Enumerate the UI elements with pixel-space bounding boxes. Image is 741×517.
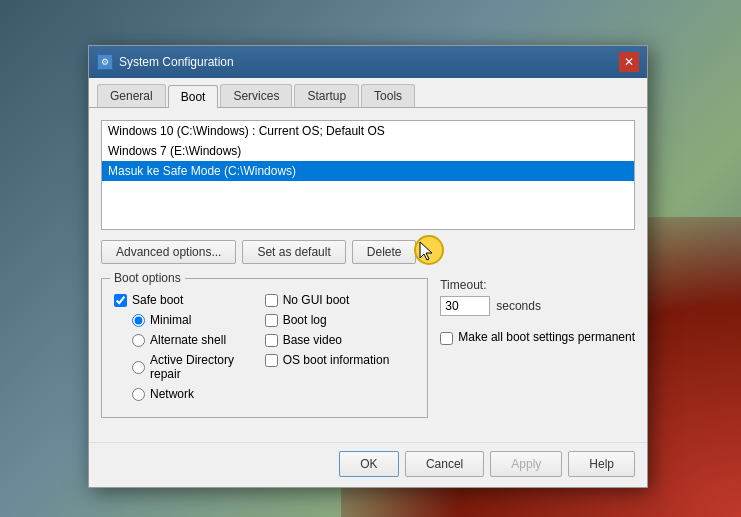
boot-log-label: Boot log (283, 313, 327, 327)
timeout-section: Timeout: seconds Make all boot settings … (440, 278, 635, 430)
alternate-shell-label: Alternate shell (150, 333, 226, 347)
no-gui-label: No GUI boot (283, 293, 350, 307)
ok-button[interactable]: OK (339, 451, 399, 477)
tab-general[interactable]: General (97, 84, 166, 107)
delete-button[interactable]: Delete (352, 240, 417, 264)
boot-options-group: Boot options Safe boot Minimal (101, 278, 428, 418)
boot-col-right: No GUI boot Boot log Base video OS (265, 293, 416, 407)
base-video-checkbox-row[interactable]: Base video (265, 333, 416, 347)
make-permanent-checkbox-row[interactable]: Make all boot settings permanent (440, 330, 635, 346)
tab-content: Windows 10 (C:\Windows) : Current OS; De… (89, 108, 647, 442)
timeout-seconds-label: seconds (496, 299, 541, 313)
apply-button[interactable]: Apply (490, 451, 562, 477)
make-permanent-checkbox[interactable] (440, 332, 453, 345)
window-icon: ⚙ (97, 54, 113, 70)
window-title: System Configuration (119, 55, 234, 69)
no-gui-checkbox-row[interactable]: No GUI boot (265, 293, 416, 307)
safe-boot-checkbox[interactable] (114, 294, 127, 307)
tab-boot[interactable]: Boot (168, 85, 219, 108)
title-bar: ⚙ System Configuration ✕ (89, 46, 647, 78)
os-boot-info-checkbox-row[interactable]: OS boot information (265, 353, 416, 367)
active-directory-radio[interactable]: Active Directory repair (132, 353, 265, 381)
close-button[interactable]: ✕ (619, 52, 639, 72)
base-video-label: Base video (283, 333, 342, 347)
dialog-footer: OK Cancel Apply Help (89, 442, 647, 487)
alternate-shell-radio[interactable]: Alternate shell (132, 333, 265, 347)
title-bar-left: ⚙ System Configuration (97, 54, 234, 70)
os-item-win10[interactable]: Windows 10 (C:\Windows) : Current OS; De… (102, 121, 634, 141)
tab-bar: General Boot Services Startup Tools (89, 78, 647, 108)
os-boot-info-checkbox[interactable] (265, 354, 278, 367)
set-as-default-button[interactable]: Set as default (242, 240, 345, 264)
network-label: Network (150, 387, 194, 401)
system-configuration-dialog: ⚙ System Configuration ✕ General Boot Se… (88, 45, 648, 488)
boot-log-checkbox-row[interactable]: Boot log (265, 313, 416, 327)
minimal-label: Minimal (150, 313, 191, 327)
timeout-row: seconds (440, 296, 541, 316)
boot-log-checkbox[interactable] (265, 314, 278, 327)
advanced-options-button[interactable]: Advanced options... (101, 240, 236, 264)
minimal-radio[interactable]: Minimal (132, 313, 265, 327)
os-item-win7[interactable]: Windows 7 (E:\Windows) (102, 141, 634, 161)
network-radio[interactable]: Network (132, 387, 265, 401)
tab-services[interactable]: Services (220, 84, 292, 107)
boot-options-container: Boot options Safe boot Minimal (101, 278, 635, 430)
safe-boot-label: Safe boot (132, 293, 183, 307)
help-button[interactable]: Help (568, 451, 635, 477)
boot-button-row: Advanced options... Set as default Delet… (101, 240, 635, 264)
base-video-checkbox[interactable] (265, 334, 278, 347)
tab-startup[interactable]: Startup (294, 84, 359, 107)
minimal-radio-input[interactable] (132, 314, 145, 327)
network-radio-input[interactable] (132, 388, 145, 401)
safe-boot-checkbox-row[interactable]: Safe boot (114, 293, 265, 307)
boot-options-title: Boot options (110, 271, 185, 285)
boot-options-inner: Safe boot Minimal Alternate shell A (114, 293, 415, 407)
cancel-button[interactable]: Cancel (405, 451, 484, 477)
tab-tools[interactable]: Tools (361, 84, 415, 107)
os-list[interactable]: Windows 10 (C:\Windows) : Current OS; De… (101, 120, 635, 230)
active-directory-label: Active Directory repair (150, 353, 265, 381)
timeout-label: Timeout: (440, 278, 486, 292)
active-directory-radio-input[interactable] (132, 361, 145, 374)
timeout-input[interactable] (440, 296, 490, 316)
os-item-safemode[interactable]: Masuk ke Safe Mode (C:\Windows) (102, 161, 634, 181)
make-permanent-label: Make all boot settings permanent (458, 330, 635, 346)
no-gui-checkbox[interactable] (265, 294, 278, 307)
cursor-highlight (414, 235, 444, 265)
alternate-shell-radio-input[interactable] (132, 334, 145, 347)
os-boot-info-label: OS boot information (283, 353, 390, 367)
boot-col-left: Safe boot Minimal Alternate shell A (114, 293, 265, 407)
